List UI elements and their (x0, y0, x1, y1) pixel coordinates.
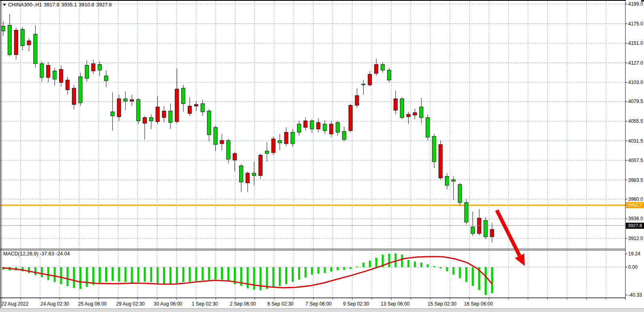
candle[interactable] (252, 162, 256, 186)
macd-histogram-bar (79, 267, 81, 289)
macd-histogram-bar (247, 267, 249, 288)
candle-body-bull (381, 65, 385, 70)
candle-body-bull (471, 227, 475, 234)
candle[interactable] (284, 127, 288, 146)
candle-body-bull (104, 76, 108, 81)
candle-body-bull (34, 34, 37, 64)
candle[interactable] (220, 134, 224, 150)
candle[interactable] (336, 121, 339, 135)
candle[interactable] (490, 223, 494, 243)
macd-histogram-bar (311, 267, 313, 275)
candle[interactable] (304, 118, 307, 131)
candle[interactable] (375, 59, 378, 76)
candle[interactable] (130, 95, 134, 106)
candle[interactable] (413, 109, 417, 119)
candle[interactable] (355, 88, 359, 108)
candle[interactable] (310, 119, 314, 133)
candle[interactable] (246, 171, 250, 192)
candle[interactable] (323, 120, 327, 134)
chart-canvas[interactable] (0, 0, 644, 312)
candle[interactable] (104, 70, 108, 87)
candle[interactable] (368, 71, 372, 86)
candle[interactable] (265, 142, 269, 162)
candle[interactable] (484, 217, 487, 239)
macd-histogram-bar (407, 260, 409, 267)
candle-body-bear (304, 121, 307, 127)
candle[interactable] (349, 104, 352, 133)
candle[interactable] (297, 121, 301, 135)
candle[interactable] (188, 97, 192, 116)
candle[interactable] (400, 97, 404, 119)
candle[interactable] (464, 199, 468, 225)
candle[interactable] (47, 62, 50, 82)
candle[interactable] (66, 77, 70, 95)
candle[interactable] (14, 28, 18, 60)
candle[interactable] (111, 92, 114, 131)
candle[interactable] (21, 27, 24, 51)
price-axis-label: 4103.0 (628, 80, 643, 85)
macd-histogram-bar (433, 266, 435, 267)
candle[interactable] (169, 104, 172, 129)
candle[interactable] (124, 91, 127, 110)
candle-body-bull (214, 127, 217, 144)
candle[interactable] (362, 80, 365, 95)
candle-body-bear (375, 65, 378, 74)
candle[interactable] (381, 62, 385, 72)
candle[interactable] (59, 65, 63, 87)
candle[interactable] (407, 112, 410, 124)
candle[interactable] (2, 21, 5, 36)
candle[interactable] (471, 211, 475, 236)
candle[interactable] (233, 152, 237, 172)
candle[interactable] (239, 164, 243, 192)
candle[interactable] (342, 126, 346, 141)
candle[interactable] (432, 134, 436, 168)
macd-histogram-bar (414, 261, 416, 267)
candle[interactable] (53, 68, 57, 86)
candle[interactable] (195, 101, 198, 111)
candle[interactable] (27, 38, 31, 51)
candle[interactable] (201, 99, 204, 116)
macd-histogram-bar (150, 267, 152, 282)
candle[interactable] (259, 154, 263, 179)
candle[interactable] (162, 106, 166, 122)
candle[interactable] (394, 91, 397, 114)
candle[interactable] (136, 98, 140, 124)
candle[interactable] (458, 183, 462, 206)
candle[interactable] (388, 68, 391, 82)
macd-histogram-bar (99, 267, 101, 283)
candle[interactable] (40, 61, 44, 82)
price-axis-label: 4079.5 (628, 99, 643, 104)
candle-body-bull (8, 25, 11, 55)
candle[interactable] (91, 59, 95, 74)
candle[interactable] (452, 176, 455, 200)
candle[interactable] (156, 96, 159, 124)
candle[interactable] (85, 60, 89, 82)
candle[interactable] (34, 25, 37, 68)
macd-histogram-bar (73, 267, 75, 288)
candle[interactable] (8, 14, 11, 56)
candle[interactable] (78, 73, 82, 106)
candle[interactable] (329, 121, 333, 137)
candle[interactable] (445, 173, 449, 189)
collapse-triangle-icon[interactable] (3, 4, 6, 6)
price-axis-label: 3960.0 (628, 196, 643, 202)
macd-histogram-bar (67, 267, 69, 286)
candle[interactable] (477, 209, 481, 235)
candle[interactable] (207, 110, 211, 141)
candle[interactable] (72, 85, 76, 110)
candle[interactable] (439, 140, 443, 179)
candle[interactable] (227, 139, 230, 163)
candle[interactable] (426, 114, 430, 141)
candle[interactable] (149, 114, 153, 129)
candle[interactable] (317, 118, 320, 132)
candle[interactable] (182, 85, 185, 112)
candle[interactable] (419, 98, 423, 123)
candle[interactable] (214, 126, 217, 151)
candle[interactable] (117, 95, 121, 121)
time-axis-label: 24 Aug 02:30 (40, 301, 69, 307)
time-axis-label: 2 Sep 06:00 (230, 301, 256, 307)
candle[interactable] (271, 136, 275, 155)
candle[interactable] (278, 134, 282, 150)
candle[interactable] (175, 69, 179, 123)
candle[interactable] (143, 116, 146, 140)
